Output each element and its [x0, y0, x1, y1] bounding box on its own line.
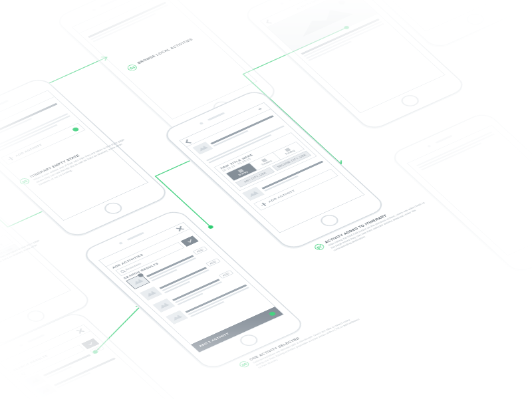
search-submit-button[interactable]	[181, 235, 199, 247]
home-button[interactable]	[317, 213, 341, 228]
result-thumb	[242, 187, 265, 201]
home-button[interactable]	[101, 201, 125, 216]
result-thumb-selected	[126, 275, 149, 289]
search-icon	[120, 269, 125, 273]
close-icon[interactable]	[174, 225, 186, 232]
flow-node-dot	[268, 311, 277, 317]
search-input[interactable]: Restaurants	[115, 242, 184, 276]
thumb-image	[192, 142, 213, 154]
back-icon[interactable]	[266, 19, 272, 23]
result-row[interactable]: ADD	[152, 270, 241, 315]
results-heading: SEARCH RESULTS	[123, 243, 203, 280]
result-thumb	[152, 299, 175, 313]
search-icon	[21, 372, 26, 376]
result-row[interactable]: ADD	[140, 258, 229, 303]
wireframe-flow-canvas: TRIP TITLE HERE 01.19.15 - 01.25.15 Itin…	[0, 0, 532, 399]
screen-title: ADD ACTIVITIES	[112, 232, 192, 269]
result-row[interactable]: ADD	[126, 246, 215, 291]
home-button[interactable]	[237, 332, 261, 348]
home-button[interactable]	[24, 309, 48, 324]
result-row[interactable]	[166, 282, 255, 327]
check-icon	[188, 239, 191, 243]
flow-node-dot	[71, 126, 80, 132]
add-pill[interactable]: ADD	[205, 258, 221, 267]
add-pill[interactable]: ADD	[192, 246, 207, 255]
back-icon[interactable]	[186, 139, 192, 143]
plus-icon	[7, 156, 15, 161]
footer-add-selected-button[interactable]: ADD 1 ACTIVITY	[191, 307, 283, 352]
result-thumb	[166, 311, 188, 325]
result-thumb	[140, 287, 162, 301]
add-pill[interactable]: ADD	[218, 270, 233, 279]
